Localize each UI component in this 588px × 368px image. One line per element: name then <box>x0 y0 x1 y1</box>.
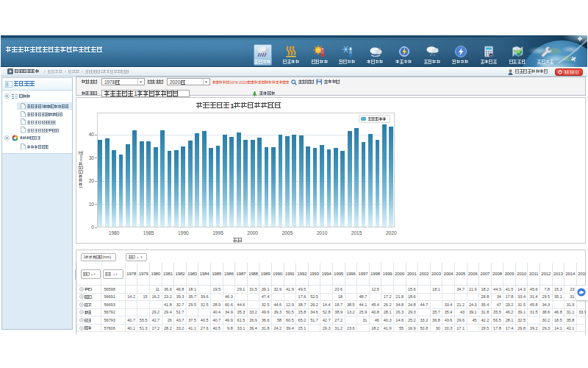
svg-text:*: * <box>430 54 431 58</box>
svg-text:*: * <box>431 53 433 57</box>
svg-text:*: * <box>434 54 435 58</box>
